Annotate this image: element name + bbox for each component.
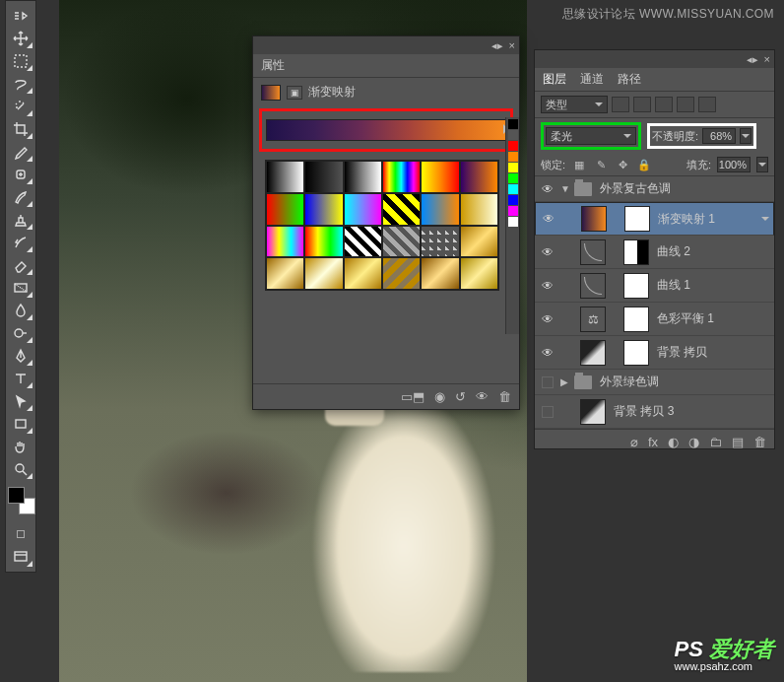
layer-name[interactable]: 外景复古色调: [600, 180, 770, 197]
blur-tool[interactable]: [8, 300, 33, 321]
layer-mask[interactable]: [623, 273, 649, 299]
layer-name[interactable]: 曲线 1: [657, 277, 770, 294]
gradient-preset[interactable]: [421, 161, 459, 193]
visibility-icon[interactable]: 👁: [476, 389, 489, 404]
tab-paths[interactable]: 路径: [618, 71, 641, 88]
zoom-tool[interactable]: [8, 458, 33, 480]
brush-tool[interactable]: [8, 186, 33, 208]
marquee-tool[interactable]: [8, 50, 33, 72]
swatch[interactable]: [508, 141, 518, 151]
layer-thumb[interactable]: [580, 340, 606, 366]
delete-icon[interactable]: 🗑: [498, 389, 511, 404]
add-mask-icon[interactable]: ◐: [668, 435, 679, 449]
swatch[interactable]: [508, 184, 518, 194]
layer-thumb[interactable]: ⚖: [580, 307, 606, 332]
healing-brush-tool[interactable]: [8, 164, 33, 185]
layer-mask[interactable]: [623, 340, 649, 366]
link-icon[interactable]: [611, 212, 621, 226]
layer-row[interactable]: 👁曲线 2: [535, 236, 774, 269]
lock-image-icon[interactable]: ✎: [593, 158, 609, 171]
link-icon[interactable]: [610, 312, 620, 326]
clone-stamp-tool[interactable]: [8, 209, 33, 231]
lock-all-icon[interactable]: 🔒: [636, 158, 652, 171]
visibility-icon[interactable]: 👁: [539, 279, 556, 293]
layer-thumb[interactable]: [580, 273, 606, 299]
gradient-preset[interactable]: [304, 161, 343, 193]
visibility-icon[interactable]: 👁: [539, 182, 556, 196]
pen-tool[interactable]: [8, 345, 33, 367]
gradient-preset[interactable]: [344, 226, 382, 258]
view-previous-icon[interactable]: ◉: [434, 389, 445, 404]
gradient-preset[interactable]: [382, 193, 421, 226]
layer-mask[interactable]: [623, 307, 649, 332]
filter-pixel-icon[interactable]: [612, 97, 629, 112]
layer-thumb[interactable]: [580, 399, 606, 425]
tab-layers[interactable]: 图层: [543, 71, 566, 88]
gradient-preset[interactable]: [421, 226, 459, 258]
tab-channels[interactable]: 通道: [580, 71, 604, 88]
gradient-preset[interactable]: [344, 257, 382, 290]
reset-icon[interactable]: ↺: [455, 389, 466, 404]
gradient-preset[interactable]: [382, 226, 421, 258]
dodge-tool[interactable]: [8, 322, 33, 344]
gradient-preset[interactable]: [382, 257, 421, 290]
visibility-icon[interactable]: 👁: [540, 212, 557, 226]
swatch[interactable]: [508, 163, 518, 172]
properties-tab[interactable]: 属性: [261, 57, 285, 74]
quick-mask-toggle[interactable]: [8, 523, 33, 545]
layer-row[interactable]: 👁背景 拷贝: [535, 336, 774, 370]
eraser-tool[interactable]: [8, 254, 33, 276]
layer-name[interactable]: 外景绿色调: [600, 374, 770, 390]
close-icon[interactable]: ×: [509, 39, 515, 51]
close-icon[interactable]: ×: [764, 53, 770, 65]
opacity-stepper[interactable]: [740, 128, 751, 144]
gradient-preset[interactable]: [460, 193, 498, 226]
layer-name[interactable]: 曲线 2: [657, 243, 770, 260]
layer-name[interactable]: 背景 拷贝 3: [614, 403, 770, 420]
blend-mode-select[interactable]: 柔光: [546, 127, 636, 145]
visibility-icon[interactable]: 👁: [539, 346, 556, 360]
magic-wand-tool[interactable]: [8, 96, 33, 117]
swatch[interactable]: [508, 195, 518, 205]
gradient-preset[interactable]: [344, 193, 382, 226]
eyedropper-tool[interactable]: [8, 141, 33, 163]
rectangle-tool[interactable]: [8, 413, 33, 435]
filter-type-icon[interactable]: [655, 97, 673, 112]
link-icon[interactable]: [610, 245, 620, 259]
move-tool[interactable]: [8, 28, 33, 49]
clip-to-layer-icon[interactable]: ▭⬒: [401, 389, 425, 404]
new-layer-icon[interactable]: ▤: [732, 435, 744, 449]
fill-stepper[interactable]: [756, 157, 768, 172]
gradient-preset[interactable]: [460, 161, 498, 193]
new-group-icon[interactable]: 🗀: [709, 435, 722, 449]
gradient-preset[interactable]: [304, 193, 343, 226]
fx-icon[interactable]: fx: [648, 435, 658, 449]
gradient-preset[interactable]: [266, 193, 304, 226]
gradient-preset[interactable]: [304, 226, 343, 258]
gradient-preset[interactable]: [421, 257, 459, 290]
swatch[interactable]: [508, 217, 518, 227]
screen-mode-toggle[interactable]: [8, 546, 33, 568]
delete-layer-icon[interactable]: 🗑: [753, 435, 766, 449]
lasso-tool[interactable]: [8, 73, 33, 95]
collapse-icon[interactable]: ◂▸: [747, 53, 758, 66]
color-swatches[interactable]: [8, 487, 35, 514]
visibility-icon[interactable]: 👁: [539, 245, 556, 259]
layer-name[interactable]: 色彩平衡 1: [657, 310, 770, 327]
opacity-value[interactable]: 68%: [702, 128, 736, 144]
new-adjustment-icon[interactable]: ◑: [688, 435, 699, 449]
layer-row[interactable]: 👁▼外景复古色调: [535, 176, 774, 202]
lock-position-icon[interactable]: ✥: [615, 158, 630, 171]
gradient-picker[interactable]: [266, 119, 506, 141]
filter-adjust-icon[interactable]: [633, 97, 651, 112]
link-icon[interactable]: [610, 279, 620, 293]
type-tool[interactable]: [8, 368, 33, 389]
foreground-color[interactable]: [8, 487, 25, 504]
tabs-toggle-icon[interactable]: [8, 5, 33, 27]
filter-type-select[interactable]: 类型: [541, 96, 608, 113]
lock-transparent-icon[interactable]: ▦: [571, 158, 587, 171]
fill-value[interactable]: 100%: [717, 157, 751, 172]
history-brush-tool[interactable]: [8, 232, 33, 253]
gradient-preset[interactable]: [382, 161, 421, 193]
collapse-icon[interactable]: ◂▸: [491, 39, 503, 52]
